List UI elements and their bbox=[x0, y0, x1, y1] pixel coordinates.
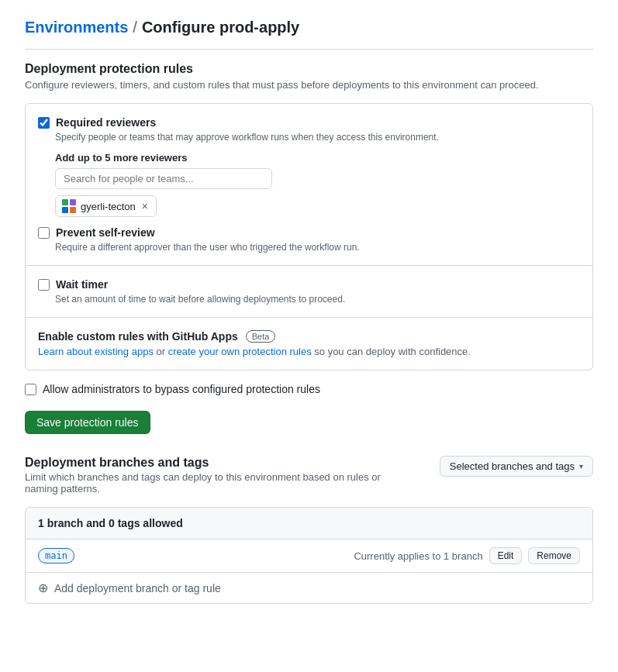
breadcrumb: Environments / Configure prod-apply bbox=[25, 19, 593, 50]
deployment-protection-title: Deployment protection rules bbox=[25, 62, 593, 76]
deployment-protection-section: Deployment protection rules Configure re… bbox=[25, 62, 593, 370]
save-protection-rules-button[interactable]: Save protection rules bbox=[25, 411, 150, 434]
prevent-self-review-checkbox[interactable] bbox=[38, 227, 50, 239]
add-rule-label: Add deployment branch or tag rule bbox=[54, 582, 221, 594]
breadcrumb-separator: / bbox=[133, 19, 137, 36]
create-rules-link[interactable]: create your own protection rules bbox=[168, 346, 312, 357]
deploy-branches-title: Deployment branches and tags bbox=[25, 456, 397, 470]
reviewer-tag: gyerli-tecton × bbox=[55, 195, 157, 217]
prevent-self-review-label: Prevent self-review bbox=[56, 226, 155, 239]
prevent-self-review-desc: Require a different approver than the us… bbox=[55, 242, 580, 253]
reviewer-remove-button[interactable]: × bbox=[140, 201, 150, 212]
deploy-branches-desc: Limit which branches and tags can deploy… bbox=[25, 471, 397, 495]
chevron-down-icon: ▾ bbox=[579, 462, 583, 470]
wait-timer-header: Wait timer bbox=[38, 278, 580, 291]
wait-timer-checkbox[interactable] bbox=[38, 279, 50, 291]
branches-summary: 1 branch and 0 tags allowed bbox=[26, 508, 592, 539]
add-circle-icon: ⊕ bbox=[38, 581, 48, 595]
search-reviewers-input[interactable] bbox=[55, 168, 272, 189]
deployment-branches-section: Deployment branches and tags Limit which… bbox=[25, 456, 593, 604]
wait-timer-desc: Set an amount of time to wait before all… bbox=[55, 294, 580, 305]
required-reviewers-header: Required reviewers bbox=[38, 116, 580, 129]
learn-apps-link[interactable]: Learn about existing apps bbox=[38, 346, 154, 357]
add-reviewers-label: Add up to 5 more reviewers bbox=[55, 152, 580, 164]
wait-timer-label: Wait timer bbox=[56, 278, 108, 291]
required-reviewers-desc: Specify people or teams that may approve… bbox=[55, 132, 580, 143]
required-reviewers-section: Required reviewers Specify people or tea… bbox=[26, 104, 592, 266]
prevent-self-review-section: Prevent self-review Require a different … bbox=[38, 226, 580, 253]
custom-rules-links: Learn about existing apps or create your… bbox=[38, 346, 580, 357]
branch-tag: main bbox=[38, 548, 74, 563]
bypass-row: Allow administrators to bypass configure… bbox=[25, 383, 593, 395]
branch-right: Currently applies to 1 branch Edit Remov… bbox=[354, 547, 580, 564]
edit-branch-button[interactable]: Edit bbox=[489, 547, 523, 564]
required-reviewers-label: Required reviewers bbox=[56, 116, 156, 129]
page-title: Configure prod-apply bbox=[142, 19, 299, 36]
reviewer-name: gyerli-tecton bbox=[81, 201, 136, 212]
bypass-label: Allow administrators to bypass configure… bbox=[43, 383, 320, 395]
reviewer-avatar-icon bbox=[62, 199, 76, 213]
add-rule-row[interactable]: ⊕ Add deployment branch or tag rule bbox=[26, 573, 592, 603]
environments-link[interactable]: Environments bbox=[25, 19, 128, 36]
wait-timer-section: Wait timer Set an amount of time to wait… bbox=[26, 266, 592, 318]
branch-row: main Currently applies to 1 branch Edit … bbox=[26, 539, 592, 573]
branches-container: 1 branch and 0 tags allowed main Current… bbox=[25, 507, 593, 604]
branches-dropdown-button[interactable]: Selected branches and tags ▾ bbox=[440, 456, 593, 477]
deployment-protection-desc: Configure reviewers, timers, and custom … bbox=[25, 79, 593, 91]
required-reviewers-checkbox[interactable] bbox=[38, 117, 50, 129]
custom-rules-section: Enable custom rules with GitHub Apps Bet… bbox=[26, 318, 592, 370]
deploy-branches-header: Deployment branches and tags Limit which… bbox=[25, 456, 593, 495]
branches-dropdown-label: Selected branches and tags bbox=[450, 460, 575, 472]
custom-rules-label: Enable custom rules with GitHub Apps bbox=[38, 330, 238, 343]
prevent-self-review-header: Prevent self-review bbox=[38, 226, 580, 239]
rules-container: Required reviewers Specify people or tea… bbox=[25, 103, 593, 370]
custom-rules-suffix: so you can deploy with confidence. bbox=[312, 346, 471, 357]
remove-branch-button[interactable]: Remove bbox=[528, 547, 580, 564]
bypass-checkbox[interactable] bbox=[25, 384, 36, 395]
deploy-branches-left: Deployment branches and tags Limit which… bbox=[25, 456, 397, 495]
custom-rules-or-text: or bbox=[154, 346, 168, 357]
branch-applies-text: Currently applies to 1 branch bbox=[354, 550, 482, 562]
beta-badge: Beta bbox=[246, 330, 276, 343]
